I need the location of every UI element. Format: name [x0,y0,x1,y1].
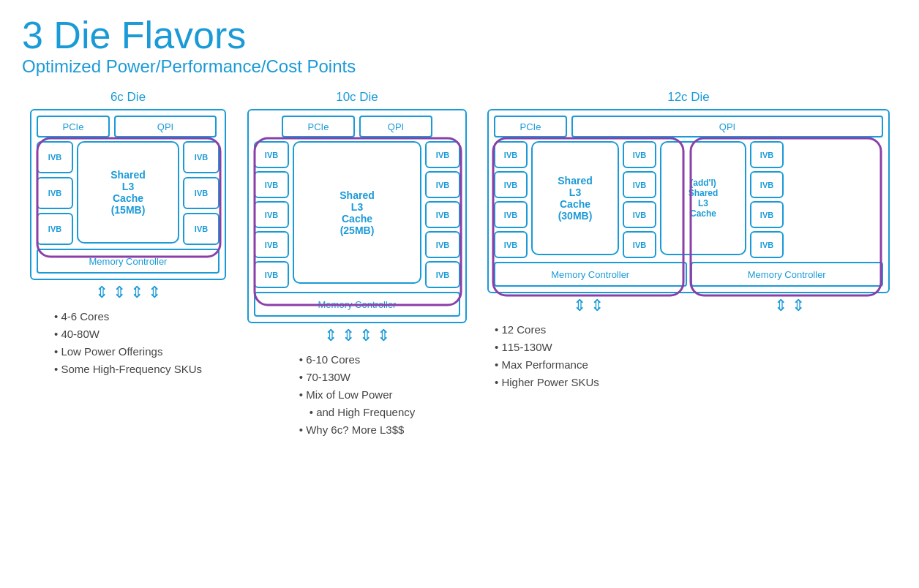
die-6c-ivb-l1: IVB [37,141,73,173]
die-12c-cache2: (add'l) Shared L3 Cache [660,141,746,255]
die-6c-bullet-3: Low Power Offerings [54,343,202,361]
die-12c-ivb-il3: IVB [623,201,656,228]
die-12c-bullets: 12 Cores 115-130W Max Performance Higher… [487,321,890,391]
die-10c-cache: Shared L3 Cache (25MB) [293,141,421,284]
die-12c-ivb-il1: IVB [623,141,656,168]
die-10c-ivb-l1: IVB [254,141,289,168]
die-6c-middle: IVB IVB IVB Shared L3 Cache (15MB) IVB I… [37,141,220,245]
die-12c-mem-ctrl1: Memory Controller [494,262,687,287]
die-12c-section: 12c Die PCIe QPI IVB IVB IVB [480,90,897,391]
die-12c-ivb-il2: IVB [623,171,656,198]
die-10c-mem-ctrl: Memory Controller [254,292,460,317]
die-12c-cache1: Shared L3 Cache (30MB) [531,141,619,255]
die-10c-ivb-r4: IVB [425,231,460,258]
die-6c-mem-ctrl: Memory Controller [37,249,220,274]
die-10c-ivb-r5: IVB [425,261,460,288]
die-12c-ivb-fl3: IVB [494,201,528,228]
die-6c-top-row: PCIe QPI [37,116,220,137]
die-12c-box: PCIe QPI IVB IVB IVB IVB Shared L3 Cache… [487,109,890,293]
die-12c-ivb-fr1: IVB [750,141,784,168]
die-10c-ivb-r2: IVB [425,171,460,198]
die-10c-box: PCIe QPI IVB IVB IVB IVB IVB Shared L3 C… [247,109,467,323]
die-10c-label: 10c Die [336,90,378,105]
die-6c-qpi: QPI [114,116,217,137]
die-6c-right-col: IVB IVB IVB [183,141,220,245]
die-10c-ivb-l2: IVB [254,171,289,198]
die-6c-label: 6c Die [110,90,146,105]
die-6c-section: 6c Die PCIe QPI IVB IVB IVB [22,90,234,378]
die-12c-ivb-fl2: IVB [494,171,528,198]
die-12c-ivb-fl4: IVB [494,231,528,258]
die-10c-bullet-4: and High Frequency [299,404,416,421]
die-12c-arrows-left: ⇕ ⇕ [573,296,604,315]
die-12c-middle: IVB IVB IVB IVB Shared L3 Cache (30MB) I… [494,141,883,258]
die-12c-mem-ctrl2: Memory Controller [691,262,884,287]
die-12c-arrows-wrapper: ⇕ ⇕ ⇕ ⇕ [487,293,890,315]
die-6c-ivb-r3: IVB [183,213,220,245]
die-10c-left-col: IVB IVB IVB IVB IVB [254,141,289,288]
die-10c-bullets: 6-10 Cores 70-130W Mix of Low Power and … [299,351,416,439]
die-12c-label: 12c Die [667,90,710,105]
die-12c-far-right-col: IVB IVB IVB IVB [750,141,784,258]
die-12c-inner-left-col: IVB IVB IVB IVB [623,141,656,258]
die-12c-ivb-fr3: IVB [750,201,784,228]
die-12c-bottom-row: Memory Controller Memory Controller [494,262,883,287]
die-12c-far-left-col: IVB IVB IVB IVB [494,141,528,258]
die-10c-ivb-l3: IVB [254,201,289,228]
die-10c-bullet-1: 6-10 Cores [299,351,416,369]
die-12c-arrows-right: ⇕ ⇕ [774,296,805,315]
die-6c-bullet-4: Some High-Frequency SKUs [54,361,202,378]
die-12c-ivb-fl1: IVB [494,141,528,168]
die-10c-ivb-r1: IVB [425,141,460,168]
die-10c-bullet-5: Why 6c? More L3$$ [299,421,416,439]
die-10c-ivb-l4: IVB [254,231,289,258]
die-6c-left-col: IVB IVB IVB [37,141,73,245]
die-10c-ivb-r3: IVB [425,201,460,228]
die-10c-ivb-l5: IVB [254,261,289,288]
die-6c-bullets: 4-6 Cores 40-80W Low Power Offerings Som… [54,308,202,378]
die-12c-bullet-2: 115-130W [495,339,890,356]
die-12c-top-row: PCIe QPI [494,116,883,137]
die-6c-bullet-2: 40-80W [54,325,202,343]
die-6c-box: PCIe QPI IVB IVB IVB Shared L3 Cache (15… [30,109,226,280]
die-6c-ivb-l2: IVB [37,177,73,209]
die-12c-ivb-fr4: IVB [750,231,784,258]
die-10c-section: 10c Die PCIe QPI IVB IVB IVB IVB IVB [236,90,478,439]
die-12c-bullet-1: 12 Cores [495,321,890,339]
die-10c-bullet-3: Mix of Low Power [299,386,416,404]
die-12c-ivb-il4: IVB [623,231,656,258]
die-6c-bullet-1: 4-6 Cores [54,308,202,325]
die-12c-ivb-fr2: IVB [750,171,784,198]
page-subtitle: Optimized Power/Performance/Cost Points [22,56,897,77]
die-10c-top-row: PCIe QPI [254,116,460,137]
die-10c-pcie: PCIe [282,116,355,137]
die-10c-middle: IVB IVB IVB IVB IVB Shared L3 Cache (25M… [254,141,460,288]
die-12c-bullet-4: Higher Power SKUs [495,374,890,391]
die-12c-qpi: QPI [571,116,883,137]
die-6c-ivb-r2: IVB [183,177,220,209]
die-10c-qpi: QPI [359,116,432,137]
die-12c-bullet-3: Max Performance [495,356,890,374]
die-6c-cache: Shared L3 Cache (15MB) [77,141,179,244]
page-title: 3 Die Flavors [22,15,897,56]
die-6c-arrows: ⇕ ⇕ ⇕ ⇕ [95,283,161,302]
die-10c-bullet-2: 70-130W [299,369,416,386]
die-10c-right-col: IVB IVB IVB IVB IVB [425,141,460,288]
die-12c-pcie: PCIe [494,116,567,137]
diagrams-row: 6c Die PCIe QPI IVB IVB IVB [22,90,897,439]
die-6c-ivb-l3: IVB [37,213,73,245]
die-6c-pcie: PCIe [37,116,110,137]
die-6c-ivb-r1: IVB [183,141,220,173]
die-10c-arrows: ⇕ ⇕ ⇕ ⇕ [324,326,390,345]
